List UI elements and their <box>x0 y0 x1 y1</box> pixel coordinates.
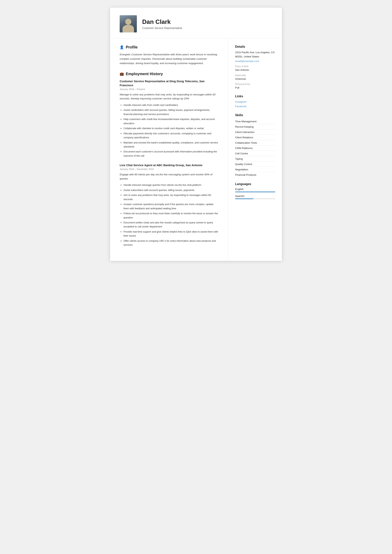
employment-title: Employment History <box>126 72 163 76</box>
list-item: Aim to solve any problems that may arise… <box>124 193 219 201</box>
profile-icon: 👤 <box>120 45 124 49</box>
right-column: Details 1515 Pacific Ave, Los Angeles, C… <box>228 38 282 261</box>
skill-item: CRM Platforms <box>235 145 275 151</box>
list-item: Handle inbound message queries from clie… <box>124 183 219 187</box>
list-item: Answer customer questions promptly and i… <box>124 202 219 210</box>
list-item: Collaborate with clientele to resolve cr… <box>124 126 219 130</box>
list-item: Provide real-time support and give clien… <box>124 230 219 238</box>
job-2-bullets: Handle inbound message queries from clie… <box>120 183 219 247</box>
languages-section: Languages English Spanish <box>235 182 275 199</box>
place-of-birth-label: Place of birth <box>235 65 275 68</box>
link-instagram[interactable]: Instagram <box>235 100 275 104</box>
details-section: Details 1515 Pacific Ave, Los Angeles, C… <box>235 45 275 90</box>
skill-item: Typing <box>235 156 275 162</box>
skill-item: Collaboration Tools <box>235 140 275 145</box>
list-item: Maintain and exceed the bank's establish… <box>124 141 219 149</box>
employment-section: 💼 Employment History Customer Service Re… <box>120 72 219 247</box>
details-title: Details <box>235 45 275 48</box>
list-item: Document written chats and also the resu… <box>124 221 219 229</box>
list-item: Follow set out protocols to they must li… <box>124 211 219 220</box>
skill-item: Time Management <box>235 119 275 124</box>
job-2-summary: Engage with 80 clients per day via the l… <box>120 173 219 181</box>
employment-heading: 💼 Employment History <box>120 72 219 76</box>
driving-license-value: Full <box>235 86 275 90</box>
main-layout: 👤 Profile Energetic Customer Service Rep… <box>110 38 282 261</box>
list-item: Help customers with credit line increase… <box>124 117 219 125</box>
driving-license-label: Driving license <box>235 83 275 85</box>
skill-item: Client Relations <box>235 135 275 140</box>
skills-title: Skills <box>235 113 275 117</box>
job-2-title: Live Chat Service Agent at ABC Banking G… <box>120 163 219 167</box>
profile-heading: 👤 Profile <box>120 45 219 49</box>
skills-section: Skills Time Management Record Keeping Cl… <box>235 113 275 177</box>
avatar <box>120 15 137 32</box>
place-of-birth-value: San Antonio <box>235 68 275 72</box>
lang-spanish-bar-bg <box>235 198 275 199</box>
profile-title: Profile <box>126 45 138 49</box>
left-column: 👤 Profile Energetic Customer Service Rep… <box>110 38 228 261</box>
lang-english-bar-fill <box>235 192 275 192</box>
detail-address: 1515 Pacific Ave, Los Angeles, CA 90291,… <box>235 50 275 59</box>
list-item: Handle inbound calls from credit card ca… <box>124 103 219 107</box>
list-item: Allocate payments directly into customer… <box>124 132 219 140</box>
detail-email[interactable]: email@example.com <box>235 59 275 63</box>
lang-english-name: English <box>235 188 275 191</box>
list-item: Assist cardholders with account queries,… <box>124 108 219 116</box>
job-1-bullets: Handle inbound calls from credit card ca… <box>120 103 219 158</box>
list-item: Document each customer's account accesse… <box>124 150 219 158</box>
candidate-title: Customer Service Representative <box>142 27 182 30</box>
skill-item: Quality Control <box>235 162 275 167</box>
links-section: Links Instagram Facebook <box>235 95 275 109</box>
lang-english: English <box>235 188 275 192</box>
job-1-summary: Manage to solve any problems that may ar… <box>120 92 219 101</box>
skill-item: Financial Products <box>235 172 275 177</box>
lang-spanish-name: Spanish <box>235 194 275 197</box>
resume-card: Dan Clark Customer Service Representativ… <box>110 8 282 261</box>
job-1-title: Customer Service Representative at Ding … <box>120 79 219 87</box>
employment-icon: 💼 <box>120 72 124 76</box>
skill-item: Client Interaction <box>235 130 275 135</box>
nationality-label: Nationality <box>235 74 275 77</box>
job-2: Live Chat Service Agent at ABC Banking G… <box>120 163 219 247</box>
lang-english-bar-bg <box>235 192 275 192</box>
job-1: Customer Service Representative at Ding … <box>120 79 219 158</box>
skill-item: Record Keeping <box>235 124 275 130</box>
profile-section: 👤 Profile Energetic Customer Service Rep… <box>120 45 219 66</box>
list-item: Offer clients access to company URL's fo… <box>124 239 219 247</box>
lang-spanish: Spanish <box>235 194 275 199</box>
header-info: Dan Clark Customer Service Representativ… <box>142 18 182 30</box>
links-title: Links <box>235 95 275 98</box>
lang-spanish-bar-fill <box>235 198 253 199</box>
languages-title: Languages <box>235 182 275 186</box>
nationality-value: American <box>235 77 275 81</box>
header: Dan Clark Customer Service Representativ… <box>110 8 282 38</box>
list-item: Assist subscribers with account queries,… <box>124 188 219 192</box>
skill-item: Negotiation <box>235 167 275 172</box>
job-1-dates: January 2019 – Present <box>120 88 219 91</box>
profile-text: Energetic Customer Service Representativ… <box>120 52 219 66</box>
link-facebook[interactable]: Facebook <box>235 104 275 108</box>
job-2-dates: January 2018 – December 2018 <box>120 168 219 171</box>
candidate-name: Dan Clark <box>142 18 182 25</box>
skill-item: Call Centre <box>235 151 275 156</box>
